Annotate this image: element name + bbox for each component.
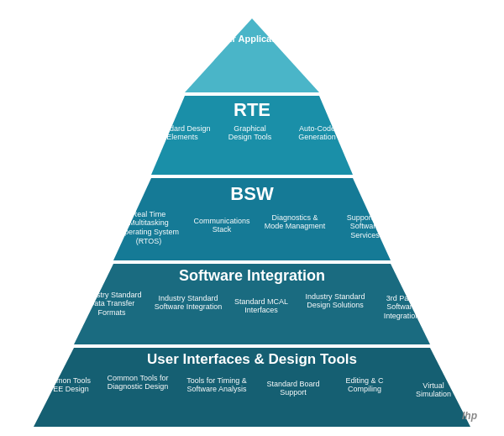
pyramid-container: Your Application RTE Standard Design Ele… xyxy=(17,8,487,428)
bsw-shape xyxy=(113,178,391,260)
user-interfaces-shape xyxy=(34,348,470,427)
software-integration-shape xyxy=(74,264,430,344)
rte-shape xyxy=(151,96,353,175)
your-app-shape xyxy=(185,18,319,92)
